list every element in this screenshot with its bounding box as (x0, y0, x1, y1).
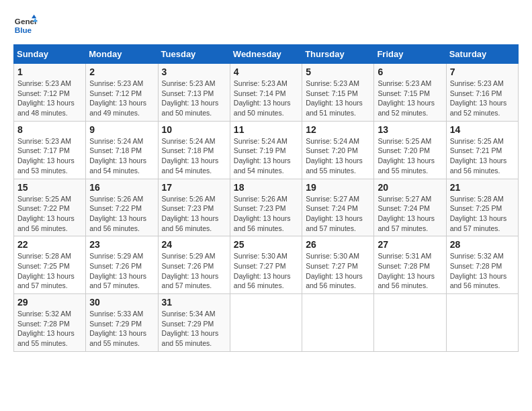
day-info: Sunrise: 5:24 AM Sunset: 7:18 PM Dayligh… (89, 136, 154, 176)
day-cell: 23Sunrise: 5:29 AM Sunset: 7:26 PM Dayli… (86, 236, 158, 294)
day-cell: 7Sunrise: 5:23 AM Sunset: 7:16 PM Daylig… (446, 64, 518, 122)
day-cell: 10Sunrise: 5:24 AM Sunset: 7:18 PM Dayli… (158, 121, 230, 179)
day-info: Sunrise: 5:32 AM Sunset: 7:28 PM Dayligh… (450, 251, 515, 291)
day-number: 26 (306, 239, 370, 250)
week-row-3: 15Sunrise: 5:25 AM Sunset: 7:22 PM Dayli… (14, 179, 519, 236)
day-cell: 13Sunrise: 5:25 AM Sunset: 7:20 PM Dayli… (374, 121, 446, 179)
day-cell: 16Sunrise: 5:26 AM Sunset: 7:22 PM Dayli… (86, 179, 158, 236)
day-number: 31 (162, 297, 226, 308)
day-cell (374, 294, 446, 352)
day-number: 13 (378, 124, 442, 135)
day-cell: 14Sunrise: 5:25 AM Sunset: 7:21 PM Dayli… (446, 121, 518, 179)
day-info: Sunrise: 5:28 AM Sunset: 7:25 PM Dayligh… (450, 194, 515, 234)
header-cell-sunday: Sunday (14, 45, 86, 64)
week-row-2: 8Sunrise: 5:23 AM Sunset: 7:17 PM Daylig… (14, 121, 519, 179)
day-info: Sunrise: 5:34 AM Sunset: 7:29 PM Dayligh… (162, 309, 226, 349)
day-info: Sunrise: 5:24 AM Sunset: 7:18 PM Dayligh… (162, 136, 226, 176)
day-info: Sunrise: 5:24 AM Sunset: 7:20 PM Dayligh… (306, 136, 370, 176)
day-number: 17 (162, 182, 226, 193)
day-cell: 9Sunrise: 5:24 AM Sunset: 7:18 PM Daylig… (86, 121, 158, 179)
day-number: 20 (378, 182, 442, 193)
day-cell: 28Sunrise: 5:32 AM Sunset: 7:28 PM Dayli… (446, 236, 518, 294)
svg-text:Blue: Blue (15, 26, 32, 34)
day-info: Sunrise: 5:23 AM Sunset: 7:14 PM Dayligh… (234, 79, 298, 118)
day-info: Sunrise: 5:33 AM Sunset: 7:29 PM Dayligh… (89, 309, 154, 349)
day-number: 16 (89, 182, 154, 193)
day-info: Sunrise: 5:23 AM Sunset: 7:12 PM Dayligh… (17, 79, 82, 118)
day-number: 27 (378, 239, 442, 250)
calendar-table: SundayMondayTuesdayWednesdayThursdayFrid… (13, 44, 519, 352)
logo-icon: General Blue (13, 13, 38, 38)
day-cell: 31Sunrise: 5:34 AM Sunset: 7:29 PM Dayli… (158, 294, 230, 352)
day-number: 23 (89, 239, 154, 250)
header-cell-thursday: Thursday (302, 45, 374, 64)
week-row-4: 22Sunrise: 5:28 AM Sunset: 7:25 PM Dayli… (14, 236, 519, 294)
day-number: 1 (17, 66, 82, 77)
day-cell: 4Sunrise: 5:23 AM Sunset: 7:14 PM Daylig… (230, 64, 302, 122)
day-info: Sunrise: 5:26 AM Sunset: 7:22 PM Dayligh… (89, 194, 154, 234)
day-cell (302, 294, 374, 352)
day-info: Sunrise: 5:28 AM Sunset: 7:25 PM Dayligh… (17, 251, 82, 291)
header-cell-friday: Friday (374, 45, 446, 64)
day-cell (230, 294, 302, 352)
day-cell: 17Sunrise: 5:26 AM Sunset: 7:23 PM Dayli… (158, 179, 230, 236)
day-info: Sunrise: 5:24 AM Sunset: 7:19 PM Dayligh… (234, 136, 298, 176)
day-number: 30 (89, 297, 154, 308)
day-number: 12 (306, 124, 370, 135)
day-cell: 24Sunrise: 5:29 AM Sunset: 7:26 PM Dayli… (158, 236, 230, 294)
day-cell: 12Sunrise: 5:24 AM Sunset: 7:20 PM Dayli… (302, 121, 374, 179)
day-number: 25 (234, 239, 298, 250)
day-cell: 1Sunrise: 5:23 AM Sunset: 7:12 PM Daylig… (14, 64, 86, 122)
day-info: Sunrise: 5:23 AM Sunset: 7:17 PM Dayligh… (17, 136, 82, 176)
day-number: 7 (450, 66, 515, 77)
day-cell: 22Sunrise: 5:28 AM Sunset: 7:25 PM Dayli… (14, 236, 86, 294)
day-info: Sunrise: 5:23 AM Sunset: 7:16 PM Dayligh… (450, 79, 515, 118)
day-cell: 26Sunrise: 5:30 AM Sunset: 7:27 PM Dayli… (302, 236, 374, 294)
day-number: 2 (89, 66, 154, 77)
day-cell: 29Sunrise: 5:32 AM Sunset: 7:28 PM Dayli… (14, 294, 86, 352)
day-cell (446, 294, 518, 352)
header-cell-wednesday: Wednesday (230, 45, 302, 64)
day-info: Sunrise: 5:29 AM Sunset: 7:26 PM Dayligh… (162, 251, 226, 291)
day-cell: 30Sunrise: 5:33 AM Sunset: 7:29 PM Dayli… (86, 294, 158, 352)
day-number: 10 (162, 124, 226, 135)
day-number: 22 (17, 239, 82, 250)
day-cell: 27Sunrise: 5:31 AM Sunset: 7:28 PM Dayli… (374, 236, 446, 294)
day-info: Sunrise: 5:30 AM Sunset: 7:27 PM Dayligh… (234, 251, 298, 291)
header-cell-tuesday: Tuesday (158, 45, 230, 64)
day-number: 9 (89, 124, 154, 135)
day-number: 15 (17, 182, 82, 193)
day-number: 18 (234, 182, 298, 193)
page-header: General Blue (13, 13, 519, 38)
day-info: Sunrise: 5:26 AM Sunset: 7:23 PM Dayligh… (234, 194, 298, 234)
day-number: 14 (450, 124, 515, 135)
day-info: Sunrise: 5:30 AM Sunset: 7:27 PM Dayligh… (306, 251, 370, 291)
day-number: 24 (162, 239, 226, 250)
day-cell: 20Sunrise: 5:27 AM Sunset: 7:24 PM Dayli… (374, 179, 446, 236)
day-number: 4 (234, 66, 298, 77)
day-number: 8 (17, 124, 82, 135)
day-number: 6 (378, 66, 442, 77)
day-cell: 18Sunrise: 5:26 AM Sunset: 7:23 PM Dayli… (230, 179, 302, 236)
day-cell: 11Sunrise: 5:24 AM Sunset: 7:19 PM Dayli… (230, 121, 302, 179)
day-info: Sunrise: 5:32 AM Sunset: 7:28 PM Dayligh… (17, 309, 82, 349)
day-info: Sunrise: 5:23 AM Sunset: 7:15 PM Dayligh… (378, 79, 442, 118)
day-cell: 3Sunrise: 5:23 AM Sunset: 7:13 PM Daylig… (158, 64, 230, 122)
day-cell: 6Sunrise: 5:23 AM Sunset: 7:15 PM Daylig… (374, 64, 446, 122)
day-number: 5 (306, 66, 370, 77)
day-info: Sunrise: 5:31 AM Sunset: 7:28 PM Dayligh… (378, 251, 442, 291)
day-info: Sunrise: 5:25 AM Sunset: 7:20 PM Dayligh… (378, 136, 442, 176)
header-cell-saturday: Saturday (446, 45, 518, 64)
day-number: 28 (450, 239, 515, 250)
day-info: Sunrise: 5:29 AM Sunset: 7:26 PM Dayligh… (89, 251, 154, 291)
header-row: SundayMondayTuesdayWednesdayThursdayFrid… (14, 45, 519, 64)
logo: General Blue (13, 13, 38, 38)
week-row-1: 1Sunrise: 5:23 AM Sunset: 7:12 PM Daylig… (14, 64, 519, 122)
day-number: 29 (17, 297, 82, 308)
day-info: Sunrise: 5:26 AM Sunset: 7:23 PM Dayligh… (162, 194, 226, 234)
day-number: 3 (162, 66, 226, 77)
day-cell: 8Sunrise: 5:23 AM Sunset: 7:17 PM Daylig… (14, 121, 86, 179)
day-cell: 25Sunrise: 5:30 AM Sunset: 7:27 PM Dayli… (230, 236, 302, 294)
day-cell: 19Sunrise: 5:27 AM Sunset: 7:24 PM Dayli… (302, 179, 374, 236)
week-row-5: 29Sunrise: 5:32 AM Sunset: 7:28 PM Dayli… (14, 294, 519, 352)
